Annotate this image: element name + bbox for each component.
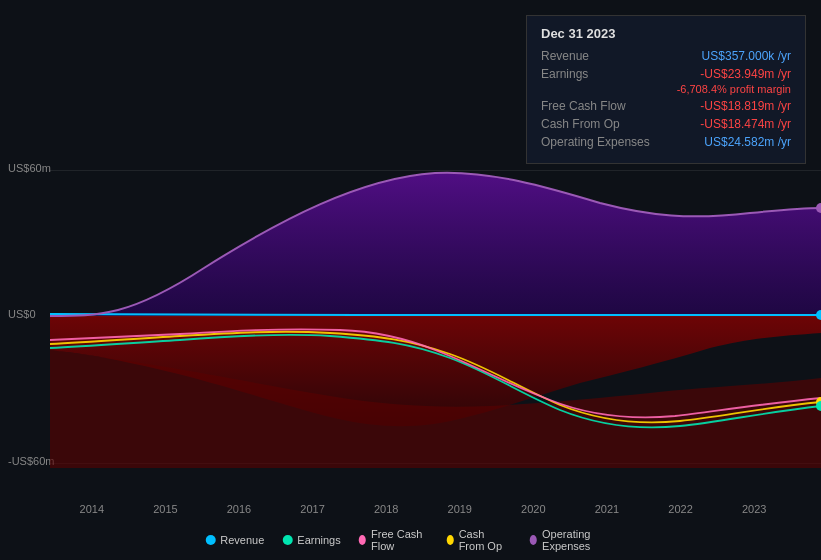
legend-label-revenue: Revenue (220, 534, 264, 546)
tooltip-title: Dec 31 2023 (541, 26, 791, 41)
x-label-2021: 2021 (595, 503, 619, 515)
legend-label-opex: Operating Expenses (542, 528, 616, 552)
x-axis-labels: 2014 2015 2016 2017 2018 2019 2020 2021 … (0, 503, 821, 515)
legend-dot-cashfromop (446, 535, 453, 545)
y-label-bottom: -US$60m (8, 455, 54, 467)
x-label-2018: 2018 (374, 503, 398, 515)
x-label-2017: 2017 (300, 503, 324, 515)
legend-fcf[interactable]: Free Cash Flow (359, 528, 429, 552)
tooltip-earnings: Earnings -US$23.949m /yr (541, 67, 791, 81)
x-label-2016: 2016 (227, 503, 251, 515)
legend-dot-revenue (205, 535, 215, 545)
tooltip-opex: Operating Expenses US$24.582m /yr (541, 135, 791, 149)
legend: Revenue Earnings Free Cash Flow Cash Fro… (205, 528, 616, 552)
x-label-2023: 2023 (742, 503, 766, 515)
tooltip-revenue: Revenue US$357.000k /yr (541, 49, 791, 63)
y-label-mid: US$0 (8, 308, 36, 320)
x-label-2015: 2015 (153, 503, 177, 515)
legend-label-fcf: Free Cash Flow (371, 528, 428, 552)
x-label-2020: 2020 (521, 503, 545, 515)
legend-revenue[interactable]: Revenue (205, 534, 264, 546)
x-label-2022: 2022 (668, 503, 692, 515)
tooltip-cashfromop: Cash From Op -US$18.474m /yr (541, 117, 791, 131)
legend-earnings[interactable]: Earnings (282, 534, 340, 546)
legend-label-cashfromop: Cash From Op (459, 528, 512, 552)
tooltip-margin: -6,708.4% profit margin (541, 83, 791, 95)
legend-cashfromop[interactable]: Cash From Op (446, 528, 511, 552)
chart-svg (50, 158, 821, 468)
legend-dot-earnings (282, 535, 292, 545)
legend-dot-fcf (359, 535, 366, 545)
legend-label-earnings: Earnings (297, 534, 340, 546)
x-label-2014: 2014 (80, 503, 104, 515)
chart-container: Dec 31 2023 Revenue US$357.000k /yr Earn… (0, 0, 821, 560)
legend-opex[interactable]: Operating Expenses (530, 528, 616, 552)
legend-dot-opex (530, 535, 537, 545)
y-label-top: US$60m (8, 162, 51, 174)
x-label-2019: 2019 (448, 503, 472, 515)
tooltip-card: Dec 31 2023 Revenue US$357.000k /yr Earn… (526, 15, 806, 164)
tooltip-fcf: Free Cash Flow -US$18.819m /yr (541, 99, 791, 113)
